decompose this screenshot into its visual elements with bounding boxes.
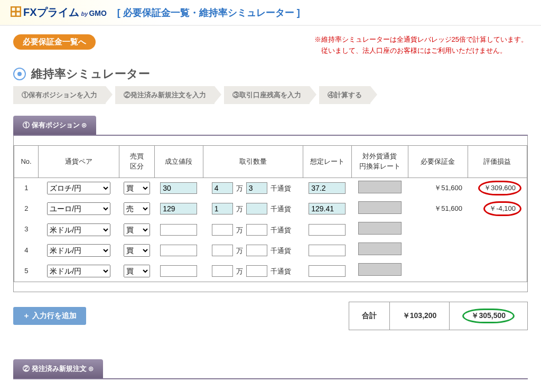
price-input[interactable] xyxy=(160,224,197,236)
qty-man-input[interactable] xyxy=(212,245,233,256)
side-select[interactable]: 買 xyxy=(124,265,150,277)
qty-sen-input[interactable] xyxy=(246,265,267,277)
totals-pl-value: ￥305,500 xyxy=(462,309,515,323)
fx-rate-box xyxy=(358,181,402,193)
unit-man: 万 xyxy=(236,267,243,275)
tab-positions[interactable]: ① 保有ポジション ⊙ xyxy=(13,116,96,135)
brand-logo: FXプライム by GMO xyxy=(11,5,107,20)
warning-text: ※維持率シミュレーターは全通貨レバレッジ25倍で計算しています。 従いまして、法… xyxy=(314,34,528,57)
step-4: ④計算する xyxy=(319,86,370,104)
qty-man-input[interactable] xyxy=(212,224,233,236)
col-margin: 必要保証金 xyxy=(408,145,468,178)
table-row: 3米ドル/円買万千通貨 xyxy=(14,219,527,240)
price-input[interactable] xyxy=(160,203,197,214)
table-row: 2ユーロ/円売万千通貨￥51,600￥-4,100 xyxy=(14,199,527,219)
brand-by: by xyxy=(81,11,88,17)
side-select[interactable]: 買 xyxy=(124,244,150,257)
margin-cell xyxy=(408,240,468,260)
fx-rate-box xyxy=(358,222,402,235)
rate-input[interactable] xyxy=(309,224,346,236)
unit-sen: 千通貨 xyxy=(270,226,291,234)
unit-man: 万 xyxy=(236,226,243,234)
header-bar: FXプライム by GMO [ 必要保証金一覧・維持率シミュレーター ] xyxy=(0,0,541,26)
cell-no: 2 xyxy=(14,199,39,219)
pl-cell: ￥309,600 xyxy=(468,178,527,199)
page-header-title: [ 必要保証金一覧・維持率シミュレーター ] xyxy=(117,6,300,19)
positions-table: No. 通貨ペア 売買区分 成立値段 取引数量 想定レート 対外貨通貨円換算レー… xyxy=(14,145,527,282)
qty-sen-input[interactable] xyxy=(246,245,267,256)
price-input[interactable] xyxy=(160,265,197,277)
unit-man: 万 xyxy=(236,184,243,192)
fx-rate-box xyxy=(358,242,402,255)
totals-pl: ￥305,500 xyxy=(450,302,528,330)
section-title: 維持率シミュレーター xyxy=(13,66,528,82)
totals-label: 合計 xyxy=(349,302,389,330)
unit-sen: 千通貨 xyxy=(270,247,291,255)
brand-main: FXプライム xyxy=(23,5,79,20)
rate-input[interactable] xyxy=(309,182,346,194)
rate-input[interactable] xyxy=(309,265,346,277)
col-pl: 評価損益 xyxy=(468,145,527,178)
col-side: 売買区分 xyxy=(119,145,154,178)
unit-man: 万 xyxy=(236,247,243,255)
qty-man-input[interactable] xyxy=(212,182,233,194)
table-row: 5米ドル/円買万千通貨 xyxy=(14,260,527,282)
price-input[interactable] xyxy=(160,182,197,194)
pair-select[interactable]: 米ドル/円 xyxy=(47,265,110,277)
brand-gmo: GMO xyxy=(89,9,106,17)
step-indicator: ①保有ポジションを入力 ②発注済み新規注文を入力 ③取引口座残高を入力 ④計算す… xyxy=(13,86,528,104)
margin-list-link[interactable]: 必要保証金一覧へ xyxy=(13,34,96,50)
pair-select[interactable]: 米ドル/円 xyxy=(47,244,110,257)
col-price: 成立値段 xyxy=(154,145,203,178)
pair-select[interactable]: ズロチ/円 xyxy=(47,182,110,194)
logo-icon xyxy=(11,6,21,17)
rate-input[interactable] xyxy=(309,245,346,256)
qty-sen-input[interactable] xyxy=(246,182,267,194)
step-1: ①保有ポジションを入力 xyxy=(13,86,106,104)
target-icon xyxy=(13,68,26,80)
warning-line1: ※維持率シミュレーターは全通貨レバレッジ25倍で計算しています。 xyxy=(314,34,528,45)
warning-line2: 従いまして、法人口座のお客様にはご利用いただけません。 xyxy=(314,45,528,57)
pair-select[interactable]: 米ドル/円 xyxy=(47,223,110,236)
table-row: 4米ドル/円買万千通貨 xyxy=(14,240,527,260)
pl-cell xyxy=(468,240,527,260)
pl-cell xyxy=(468,219,527,240)
cell-no: 1 xyxy=(14,178,39,199)
fx-rate-box xyxy=(358,201,402,214)
totals-margin: ￥103,200 xyxy=(389,302,450,330)
col-pair: 通貨ペア xyxy=(38,145,119,178)
cell-no: 4 xyxy=(14,240,39,260)
pl-cell: ￥-4,100 xyxy=(468,199,527,219)
step-3: ③取引口座残高を入力 xyxy=(224,86,310,104)
qty-man-input[interactable] xyxy=(212,203,233,214)
pl-cell xyxy=(468,260,527,282)
rate-input[interactable] xyxy=(309,203,346,214)
fx-rate-box xyxy=(358,263,402,276)
step-2: ②発注済み新規注文を入力 xyxy=(115,86,214,104)
margin-cell xyxy=(408,260,468,282)
col-qty: 取引数量 xyxy=(203,145,303,178)
qty-sen-input[interactable] xyxy=(246,224,267,236)
margin-cell xyxy=(408,219,468,240)
unit-sen: 千通貨 xyxy=(270,184,291,192)
margin-cell: ￥51,600 xyxy=(408,178,468,199)
tab-pending-orders[interactable]: ② 発注済み新規注文 ⊙ xyxy=(13,359,103,378)
col-no: No. xyxy=(14,145,39,178)
qty-sen-input[interactable] xyxy=(246,203,267,214)
side-select[interactable]: 買 xyxy=(124,182,150,194)
col-fxrate: 対外貨通貨円換算レート xyxy=(351,145,408,178)
margin-cell: ￥51,600 xyxy=(408,199,468,219)
positions-panel: No. 通貨ペア 売買区分 成立値段 取引数量 想定レート 対外貨通貨円換算レー… xyxy=(13,136,528,292)
add-row-button[interactable]: ＋ 入力行を追加 xyxy=(13,307,86,325)
col-rate: 想定レート xyxy=(303,145,351,178)
side-select[interactable]: 買 xyxy=(124,223,150,236)
side-select[interactable]: 売 xyxy=(124,202,150,215)
unit-sen: 千通貨 xyxy=(270,205,291,213)
cell-no: 3 xyxy=(14,219,39,240)
table-row: 1ズロチ/円買万千通貨￥51,600￥309,600 xyxy=(14,178,527,199)
qty-man-input[interactable] xyxy=(212,265,233,277)
unit-sen: 千通貨 xyxy=(270,267,291,275)
pair-select[interactable]: ユーロ/円 xyxy=(47,202,110,215)
price-input[interactable] xyxy=(160,245,197,256)
totals-table: 合計 ￥103,200 ￥305,500 xyxy=(349,302,528,330)
